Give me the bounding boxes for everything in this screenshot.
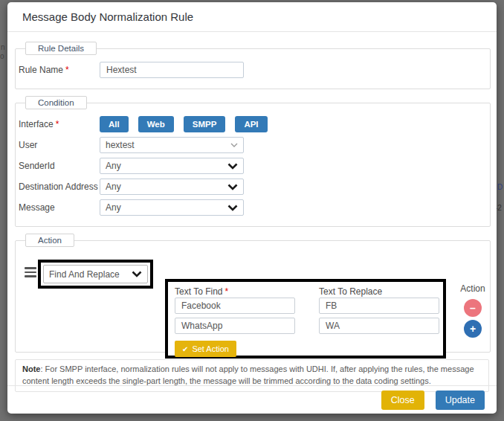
add-row-button[interactable]: + <box>464 320 482 338</box>
interface-row: Interface* All Web SMPP API <box>19 116 482 132</box>
interface-button-all[interactable]: All <box>100 116 129 132</box>
find-replace-highlight-box: Text To Find* Text To Replace ✔ Set Acti… <box>165 279 446 359</box>
check-icon: ✔ <box>182 345 188 353</box>
user-row: User hextest <box>19 137 482 153</box>
interface-label: Interface* <box>19 119 100 129</box>
drag-handle-icon[interactable] <box>25 267 36 280</box>
rule-details-section: Rule Details Rule Name* <box>15 42 491 89</box>
chevron-down-icon <box>132 271 142 277</box>
text-to-find-input-2[interactable] <box>175 318 295 334</box>
interface-button-group: All Web SMPP API <box>100 116 268 132</box>
drag-handle-bar <box>25 267 36 269</box>
user-select-value: hextest <box>106 140 135 150</box>
note-text: : For SMPP interface, normalization rule… <box>22 364 474 385</box>
dialog-footer: Close Update <box>7 385 497 414</box>
destination-address-row: Destination Address Any <box>19 179 482 195</box>
text-to-find-column: Text To Find* <box>175 285 295 338</box>
chevron-down-icon <box>227 184 238 190</box>
interface-button-web[interactable]: Web <box>138 116 174 132</box>
condition-legend: Condition <box>25 96 87 109</box>
action-column: Action – + <box>455 283 491 341</box>
dialog-header: Message Body Normalization Rule <box>7 2 497 32</box>
action-type-select-value: Find And Replace <box>49 269 120 280</box>
user-select[interactable]: hextest <box>100 137 244 153</box>
message-label: Message <box>19 202 100 213</box>
destination-address-label: Destination Address <box>19 181 100 192</box>
plus-icon: + <box>470 324 476 334</box>
message-select[interactable]: Any <box>100 199 244 216</box>
remove-row-button[interactable]: – <box>464 299 482 317</box>
action-section: Action Find And Replace Text To Find* <box>15 234 491 353</box>
rule-name-row: Rule Name* <box>19 62 482 78</box>
text-to-replace-input-2[interactable] <box>319 318 439 334</box>
destination-address-select[interactable]: Any <box>100 179 244 195</box>
dialog-body: Rule Details Rule Name* Condition Interf… <box>7 32 497 353</box>
rule-name-input[interactable] <box>100 62 244 78</box>
chevron-down-icon <box>227 163 238 170</box>
required-asterisk: * <box>224 286 228 297</box>
message-row: Message Any <box>19 199 482 216</box>
dialog-title: Message Body Normalization Rule <box>22 10 193 23</box>
chevron-down-icon <box>227 205 238 211</box>
update-button[interactable]: Update <box>436 391 485 410</box>
drag-handle-bar <box>25 271 36 274</box>
message-select-value: Any <box>106 202 121 213</box>
chevron-down-icon <box>230 143 238 147</box>
text-to-replace-column: Text To Replace <box>319 285 439 338</box>
text-to-find-label: Text To Find* <box>175 285 295 298</box>
set-action-button[interactable]: ✔ Set Action <box>175 341 236 357</box>
message-body-normalization-rule-dialog: Message Body Normalization Rule Rule Det… <box>7 2 497 414</box>
action-column-label: Action <box>455 283 491 294</box>
interface-button-smpp[interactable]: SMPP <box>184 116 226 132</box>
action-legend: Action <box>25 234 74 247</box>
set-action-button-label: Set Action <box>192 344 229 353</box>
close-button[interactable]: Close <box>381 391 424 410</box>
senderid-row: SenderId Any <box>19 158 482 174</box>
required-asterisk: * <box>56 119 59 129</box>
rule-details-legend: Rule Details <box>25 42 97 55</box>
senderid-select-value: Any <box>106 161 121 171</box>
action-type-highlight-box: Find And Replace <box>38 260 153 289</box>
background-fragment: D <box>497 183 503 191</box>
text-to-replace-input-1[interactable] <box>319 298 439 314</box>
find-replace-columns: Text To Find* Text To Replace <box>175 285 443 338</box>
text-to-replace-label: Text To Replace <box>319 285 439 298</box>
senderid-label: SenderId <box>19 161 100 171</box>
text-to-find-input-1[interactable] <box>175 298 295 314</box>
minus-icon: – <box>470 303 476 313</box>
interface-button-api[interactable]: API <box>235 116 267 132</box>
condition-section: Condition Interface* All Web SMPP API Us… <box>15 96 491 227</box>
rule-name-label: Rule Name* <box>19 65 100 75</box>
note-label: Note <box>22 364 40 373</box>
required-asterisk: * <box>65 65 69 75</box>
background-fragment: n <box>1 43 5 51</box>
user-label: User <box>19 140 100 150</box>
senderid-select[interactable]: Any <box>100 158 244 174</box>
background-fragment: o <box>0 52 4 60</box>
action-type-select[interactable]: Find And Replace <box>43 265 148 283</box>
destination-address-select-value: Any <box>106 181 121 192</box>
drag-handle-bar <box>25 275 36 277</box>
